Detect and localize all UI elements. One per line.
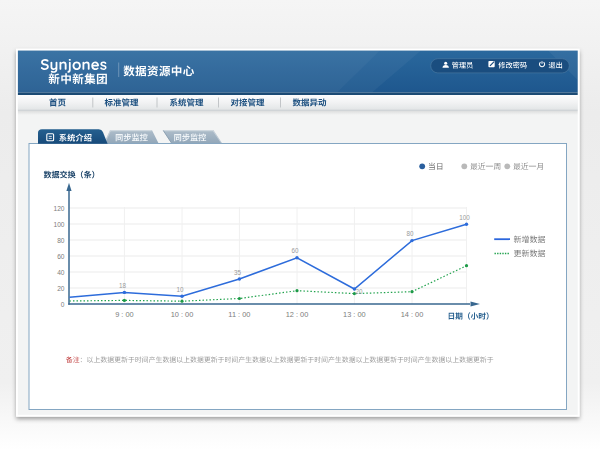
svg-text:10: 10 — [176, 286, 184, 293]
svg-text:100: 100 — [53, 221, 64, 228]
svg-text:0: 0 — [61, 301, 65, 308]
svg-text:20: 20 — [57, 285, 65, 292]
svg-text:12 : 00: 12 : 00 — [286, 310, 309, 319]
svg-text:20: 20 — [355, 288, 363, 295]
svg-text:35: 35 — [234, 269, 242, 276]
svg-text:13 : 00: 13 : 00 — [343, 310, 366, 319]
svg-text:11 : 00: 11 : 00 — [228, 310, 250, 319]
svg-text:14 : 00: 14 : 00 — [401, 310, 424, 319]
svg-text:60: 60 — [57, 253, 65, 260]
svg-text:80: 80 — [57, 237, 65, 244]
svg-text:18: 18 — [119, 282, 127, 289]
svg-text:80: 80 — [406, 230, 414, 237]
svg-text:60: 60 — [291, 247, 299, 254]
svg-text:9 : 00: 9 : 00 — [115, 310, 134, 319]
svg-text:40: 40 — [57, 269, 65, 276]
svg-text:120: 120 — [53, 205, 64, 212]
svg-text:10 : 00: 10 : 00 — [171, 310, 194, 319]
svg-text:100: 100 — [459, 214, 470, 221]
